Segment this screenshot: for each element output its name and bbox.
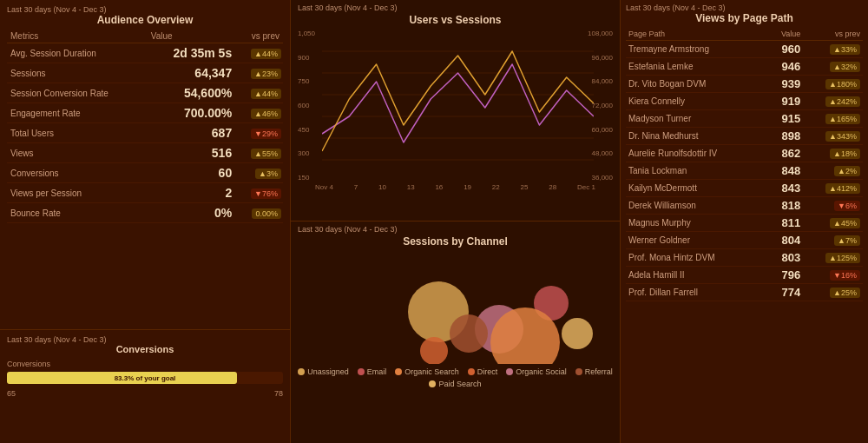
right-date: Last 30 days (Nov 4 - Dec 3) bbox=[626, 3, 863, 12]
dashboard: Last 30 days (Nov 4 - Dec 3) Audience Ov… bbox=[0, 0, 868, 443]
page-name: Derek Williamson bbox=[626, 197, 766, 215]
legend-item: Email bbox=[358, 367, 387, 376]
legend-item: Unassigned bbox=[298, 367, 349, 376]
change-badge: ▲7% bbox=[834, 235, 860, 246]
table-row: Werner Goldner 804 ▲7% bbox=[626, 232, 863, 249]
metric-label: Session Conversion Rate bbox=[7, 83, 148, 103]
legend-label: Organic Social bbox=[516, 367, 567, 376]
change-badge: ▲55% bbox=[251, 149, 281, 159]
conv-range: 65 78 bbox=[7, 389, 283, 398]
metric-change: ▲44% bbox=[235, 43, 283, 63]
sessions-channel-section: Last 30 days (Nov 4 - Dec 3) Sessions by… bbox=[291, 222, 620, 443]
x-label: 22 bbox=[492, 183, 500, 191]
metric-label: Avg. Session Duration bbox=[7, 43, 148, 63]
legend-label: Organic Search bbox=[404, 367, 459, 376]
table-row: Prof. Dillan Farrell 774 ▲25% bbox=[626, 284, 863, 301]
table-row: Aurelie Runolfsdottir IV 862 ▲18% bbox=[626, 145, 863, 162]
legend-dot bbox=[395, 368, 402, 375]
metric-value: 64,347 bbox=[148, 63, 235, 83]
metric-label: Views per Session bbox=[7, 183, 148, 203]
legend-dot bbox=[298, 368, 305, 375]
conv-min: 65 bbox=[7, 389, 16, 398]
change-badge: ▲125% bbox=[825, 253, 860, 263]
page-change: ▼16% bbox=[803, 267, 863, 284]
metric-label: Engagement Rate bbox=[7, 103, 148, 123]
change-badge: ▲3% bbox=[255, 169, 281, 179]
change-badge: ▼6% bbox=[834, 201, 860, 211]
table-row: Tania Lockman 848 ▲2% bbox=[626, 162, 863, 180]
change-badge: ▲2% bbox=[834, 166, 860, 176]
col-page: Page Path bbox=[626, 28, 766, 41]
page-change: ▲2% bbox=[803, 162, 863, 180]
legend-item: Referral bbox=[575, 367, 613, 376]
legend-label: Paid Search bbox=[438, 380, 481, 388]
conv-label: Conversions bbox=[7, 360, 283, 368]
page-change: ▲32% bbox=[803, 58, 863, 76]
line-chart-area: 1,050900750600450300150 108,00096,00084,… bbox=[298, 30, 613, 182]
table-row: Adela Hamill II 796 ▼16% bbox=[626, 267, 863, 284]
page-value: 811 bbox=[766, 215, 803, 232]
table-row: Engagement Rate 700.00% ▲46% bbox=[7, 103, 283, 123]
legend-dot bbox=[358, 368, 365, 375]
page-change: ▲7% bbox=[803, 232, 863, 249]
table-row: Bounce Rate 0% 0.00% bbox=[7, 203, 283, 223]
legend-label: Referral bbox=[585, 367, 613, 376]
page-value: 862 bbox=[766, 145, 803, 162]
conv-max: 78 bbox=[274, 389, 283, 398]
change-badge: ▲23% bbox=[251, 69, 281, 79]
metric-change: ▲3% bbox=[235, 163, 283, 183]
metric-change: 0.00% bbox=[235, 203, 283, 223]
metric-change: ▼29% bbox=[235, 123, 283, 143]
users-sessions-section: Last 30 days (Nov 4 - Dec 3) Users vs Se… bbox=[291, 0, 620, 222]
conv-title: Conversions bbox=[7, 344, 283, 354]
metric-label: Bounce Rate bbox=[7, 203, 148, 223]
page-change: ▲180% bbox=[803, 76, 863, 93]
page-change: ▲125% bbox=[803, 249, 863, 267]
y-label-right: 36,000 bbox=[588, 174, 613, 182]
page-name: Dr. Vito Bogan DVM bbox=[626, 76, 766, 93]
users-sessions-date: Last 30 days (Nov 4 - Dec 3) bbox=[298, 3, 613, 12]
bubble-svg bbox=[299, 251, 612, 364]
views-title: Views by Page Path bbox=[626, 12, 863, 24]
table-row: Conversions 60 ▲3% bbox=[7, 163, 283, 183]
y-label: 600 bbox=[298, 102, 315, 109]
page-name: Aurelie Runolfsdottir IV bbox=[626, 145, 766, 162]
table-row: Kiera Connelly 919 ▲242% bbox=[626, 93, 863, 110]
page-change: ▲343% bbox=[803, 128, 863, 145]
line-chart-svg bbox=[322, 30, 594, 182]
y-label-right: 72,000 bbox=[588, 102, 613, 109]
y-label: 300 bbox=[298, 149, 315, 157]
change-badge: ▼76% bbox=[251, 188, 281, 199]
table-row: Dr. Vito Bogan DVM 939 ▲180% bbox=[626, 76, 863, 93]
legend-item: Direct bbox=[468, 367, 498, 376]
page-name: Dr. Nina Medhurst bbox=[626, 128, 766, 145]
page-name: Prof. Mona Hintz DVM bbox=[626, 249, 766, 267]
change-badge: ▲25% bbox=[830, 288, 860, 298]
page-name: Werner Goldner bbox=[626, 232, 766, 249]
change-badge: ▲45% bbox=[830, 218, 860, 228]
page-change: ▲412% bbox=[803, 180, 863, 197]
change-badge: ▲242% bbox=[825, 96, 860, 107]
page-change: ▲33% bbox=[803, 41, 863, 58]
users-sessions-title: Users vs Sessions bbox=[298, 14, 613, 26]
y-label-right: 108,000 bbox=[588, 30, 613, 37]
page-value: 960 bbox=[766, 41, 803, 58]
metric-change: ▲23% bbox=[235, 63, 283, 83]
table-row: Sessions 64,347 ▲23% bbox=[7, 63, 283, 83]
change-badge: ▲33% bbox=[830, 44, 860, 55]
page-value: 919 bbox=[766, 93, 803, 110]
x-label: 28 bbox=[549, 183, 556, 191]
y-label-right: 60,000 bbox=[588, 126, 613, 134]
page-value: 804 bbox=[766, 232, 803, 249]
page-name: Tania Lockman bbox=[626, 162, 766, 180]
bubble bbox=[420, 337, 448, 364]
metric-value: 687 bbox=[148, 123, 235, 143]
table-row: Kailyn McDermott 843 ▲412% bbox=[626, 180, 863, 197]
page-name: Estefania Lemke bbox=[626, 58, 766, 76]
table-row: Views per Session 2 ▼76% bbox=[7, 183, 283, 203]
audience-overview: Last 30 days (Nov 4 - Dec 3) Audience Ov… bbox=[0, 0, 290, 330]
metric-value: 2d 35m 5s bbox=[148, 43, 235, 63]
page-value: 939 bbox=[766, 76, 803, 93]
legend-dot bbox=[506, 368, 513, 375]
bubble bbox=[562, 318, 593, 349]
